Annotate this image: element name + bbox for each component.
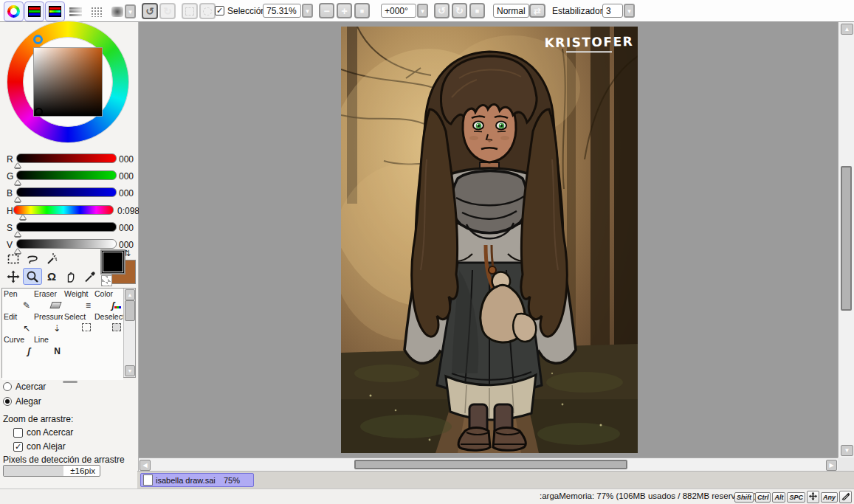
slider-thumb-g[interactable] (15, 180, 21, 184)
tool-slot-empty-5[interactable] (2, 357, 33, 380)
canvas-image[interactable]: KRISTOFER (341, 27, 638, 453)
custom-brush-panel-button[interactable] (107, 1, 127, 21)
palette-scroll-down-icon[interactable]: ▼ (125, 365, 135, 376)
any-key-indicator: Any (821, 492, 838, 503)
checkbox-drag-zoom-in[interactable]: con Acercar (13, 427, 73, 438)
zoom-dropdown[interactable]: ▾ (302, 4, 313, 18)
blend-mode-button[interactable]: Normal (493, 4, 529, 18)
move-cross-icon (809, 492, 817, 500)
rgb-sliders-panel-button[interactable] (24, 1, 44, 21)
scroll-up-icon[interactable]: ▲ (841, 24, 853, 35)
tool-weight[interactable]: Weight≡ (63, 289, 94, 312)
sv-cursor[interactable] (35, 108, 43, 116)
radio-zoom-out[interactable]: Alegar (3, 396, 41, 407)
checkbox-box-zoom-in[interactable] (13, 428, 23, 438)
tool-deselect[interactable]: Deselect (93, 311, 123, 335)
slider-track-r[interactable] (16, 153, 117, 163)
rotate-cw-button[interactable]: ↻ (452, 3, 467, 18)
tool-slot-empty-3[interactable] (63, 334, 94, 358)
tool-slot-empty-7[interactable] (63, 357, 94, 380)
palette-scroll-up-icon[interactable]: ▲ (125, 289, 135, 300)
palette-scroll-thumb[interactable] (125, 300, 135, 321)
hue-cursor[interactable] (33, 35, 43, 44)
slider-label-b: B (7, 188, 13, 199)
lasso-tool[interactable] (23, 250, 42, 267)
scroll-left-icon[interactable]: ◀ (140, 460, 151, 471)
selection-visible-checkbox[interactable]: ✓ (215, 6, 224, 15)
slider-track-v[interactable] (16, 239, 117, 249)
gray-sliders-panel-button[interactable] (66, 1, 86, 21)
checkbox-zoom-out-label: con Alejar (27, 441, 66, 452)
deselect-button[interactable] (182, 3, 198, 19)
vertical-scrollbar[interactable]: ▲ ▼ (838, 22, 854, 458)
radio-zoom-in[interactable]: Acercar (3, 382, 46, 392)
canvas-workspace[interactable]: KRISTOFER (139, 22, 838, 458)
signature-text: KRISTOFER (544, 34, 633, 50)
hsv-sliders-panel-button[interactable] (45, 1, 65, 21)
radio-circle-zoom-out[interactable] (3, 397, 12, 406)
zoom-value-field[interactable]: 75.31% (263, 4, 301, 18)
invert-selection-button[interactable] (199, 3, 216, 19)
tool-curve[interactable]: Curveʃ (2, 334, 33, 358)
angle-value-field[interactable]: +000° (381, 4, 416, 18)
zoom-out-button[interactable]: − (319, 3, 334, 18)
tool-pen[interactable]: Pen✎ (2, 289, 33, 312)
slider-thumb-s[interactable] (15, 232, 21, 236)
saturation-value-square[interactable] (33, 47, 103, 117)
color-wheel-panel-button[interactable] (4, 1, 24, 21)
vertical-scroll-thumb[interactable] (841, 166, 852, 311)
scroll-down-icon[interactable]: ▼ (841, 445, 853, 456)
slider-track-b[interactable] (16, 187, 117, 197)
angle-dropdown[interactable]: ▾ (417, 4, 428, 18)
horizontal-scrollbar[interactable]: ◀ ▶ (139, 458, 838, 471)
slider-track-h[interactable] (13, 205, 114, 215)
tool-pressure[interactable]: Pressure⇣ (32, 311, 63, 335)
checkbox-zoom-in-label: con Acercar (27, 427, 73, 438)
tool-edit[interactable]: Edit↖ (2, 311, 33, 335)
slider-thumb-h[interactable] (20, 215, 26, 219)
swatches-panel-button[interactable] (86, 1, 106, 21)
flip-canvas-button[interactable]: ⇄ (529, 4, 545, 18)
zoom-tool-selected[interactable] (23, 268, 42, 285)
document-tab[interactable]: isabella draw.sai 75% (140, 473, 254, 487)
checkbox-drag-zoom-out[interactable]: ✓ con Alejar (13, 441, 66, 452)
tool-color[interactable]: Colorʃ (93, 289, 123, 312)
zoom-reset-button[interactable]: ■ (354, 3, 370, 18)
transparent-color-swatch[interactable] (101, 275, 112, 286)
magic-wand-tool[interactable] (42, 250, 61, 267)
angle-reset-button[interactable]: ■ (469, 3, 485, 18)
horizontal-scroll-thumb[interactable] (354, 460, 627, 469)
tool-slot-empty-4[interactable] (93, 334, 123, 358)
rotate-ccw-button[interactable]: ↺ (434, 3, 450, 18)
undo-button[interactable]: ↺ (142, 3, 158, 19)
rect-select-tool[interactable] (4, 250, 23, 267)
slider-track-g[interactable] (16, 170, 117, 180)
eyedropper-tool[interactable] (80, 268, 100, 285)
palette-scrollbar[interactable]: ▲ ▼ (123, 289, 135, 377)
stabilizer-dropdown[interactable]: ▾ (624, 4, 635, 18)
radio-circle-zoom-in[interactable] (3, 382, 12, 391)
rotate-view-tool[interactable]: Ω (42, 268, 61, 285)
zoom-in-button[interactable]: + (337, 3, 352, 18)
tool-slot-empty-1[interactable] (61, 250, 80, 267)
checkbox-box-zoom-out[interactable]: ✓ (13, 442, 23, 452)
move-tool[interactable] (4, 268, 23, 285)
scroll-right-icon[interactable]: ▶ (826, 460, 837, 471)
tool-slot-empty-6[interactable] (32, 357, 63, 380)
palette-resize-grip[interactable] (63, 381, 78, 383)
tool-select[interactable]: Select (63, 311, 94, 335)
panel-options-dropdown[interactable]: ▾ (125, 4, 136, 18)
drag-detect-slider[interactable]: ±16pix (3, 465, 100, 477)
foreground-color-swatch[interactable] (100, 249, 125, 275)
tool-line[interactable]: LineN (32, 334, 63, 358)
slider-track-s[interactable] (16, 222, 117, 232)
redo-button[interactable]: ↻ (159, 3, 176, 19)
tool-slot-empty-8[interactable] (93, 357, 123, 380)
slider-thumb-r[interactable] (15, 163, 21, 168)
hand-tool[interactable] (61, 268, 80, 285)
stabilizer-field[interactable]: 3 (602, 4, 623, 18)
tool-slot-empty-2[interactable] (80, 250, 100, 267)
tool-eraser[interactable]: Eraser (32, 289, 63, 312)
slider-thumb-b[interactable] (15, 197, 21, 201)
document-filename: isabella draw.sai (156, 476, 224, 485)
